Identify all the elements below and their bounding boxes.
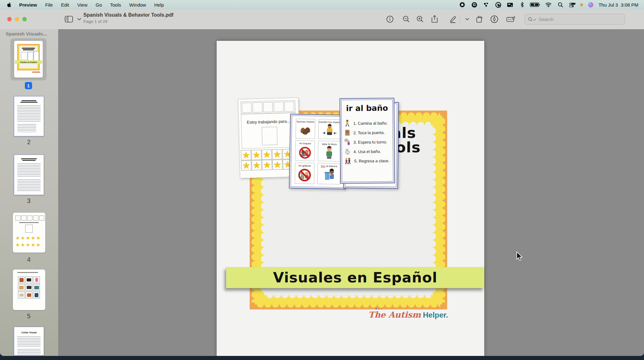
menu-item-file[interactable]: File bbox=[41, 2, 57, 8]
autism-helper-logo: ✦✦✦ The Autism Helper. bbox=[217, 310, 448, 319]
page-number-2: 2 bbox=[0, 139, 58, 146]
mini-star-row-2: ★★★★★ bbox=[15, 242, 41, 248]
menu-bar-clock[interactable]: Thu Jul 3 3:08 PM bbox=[598, 2, 638, 8]
page-number-4: 4 bbox=[0, 256, 58, 263]
walk-icon bbox=[344, 119, 350, 127]
screen-record-icon[interactable] bbox=[456, 1, 468, 8]
thumbnail-6[interactable]: Collar Visual bbox=[14, 327, 44, 356]
thumbnail-5[interactable] bbox=[13, 270, 45, 310]
preview-window: Spanish Visuals & Behavior Tools.pdf Pag… bbox=[0, 9, 644, 356]
screen: Preview File Edit View Go Tools Window H… bbox=[0, 0, 644, 360]
routine-steps: 1. Camina al baño. 2. Toca la puerta. 3.… bbox=[344, 119, 391, 165]
token-board-caption: Estoy trabajando para... bbox=[241, 119, 295, 125]
clasped-hands-icon bbox=[298, 123, 313, 137]
behavior-cell-buenas-manos: buenas manos bbox=[296, 119, 315, 139]
menu-item-view[interactable]: View bbox=[73, 2, 92, 8]
pdf-canvas: Spanish Visuals & Behavior Tools Estoy t… bbox=[58, 29, 644, 356]
zoom-window-button[interactable] bbox=[22, 17, 27, 21]
routine-title: ir al baño bbox=[340, 103, 394, 113]
subtitle-text: Visuales en Español bbox=[273, 269, 437, 286]
behavior-cell-manten-tus-manos: mantén tus manos bbox=[318, 119, 341, 139]
highlight-chevron-icon[interactable] bbox=[463, 15, 472, 24]
behavior-cell-tapa-tu-boca: tapa tu boca bbox=[318, 141, 341, 162]
minimize-button[interactable] bbox=[15, 17, 19, 21]
thumbnail-4[interactable]: ★★★★★ ★★★★★ bbox=[13, 213, 45, 253]
sidebar: Spanish Visuals... ★★★★★ Visuales en Esp… bbox=[0, 29, 58, 356]
menu-item-help[interactable]: Help bbox=[150, 2, 168, 8]
input-source-icon[interactable] bbox=[504, 1, 516, 8]
search-chevron-icon bbox=[533, 19, 536, 21]
page-number-5: 5 bbox=[0, 313, 58, 320]
search-icon bbox=[528, 17, 533, 22]
no-touching-icon bbox=[297, 145, 313, 160]
mini-banner-text: Visuales en Español bbox=[20, 61, 37, 63]
return-to-class-icon bbox=[344, 157, 351, 165]
no-hitting-icon bbox=[297, 167, 312, 183]
toolbar: Spanish Visuals & Behavior Tools.pdf Pag… bbox=[0, 9, 644, 30]
spotlight-icon[interactable] bbox=[554, 1, 566, 8]
sidebar-chevron-down-icon[interactable] bbox=[75, 15, 84, 24]
control-center-icon[interactable] bbox=[566, 1, 578, 8]
routine-card: ir al baño 1. Camina al baño. 2. Toca la… bbox=[340, 98, 395, 184]
door-icon bbox=[344, 129, 351, 136]
subtitle-banner: Visuales en Español bbox=[226, 267, 484, 288]
sidebar-title: Spanish Visuals... bbox=[6, 31, 47, 37]
toolbar-separator bbox=[460, 15, 460, 23]
zoom-in-icon[interactable] bbox=[416, 15, 425, 24]
hands-at-sides-icon bbox=[322, 123, 337, 138]
menu-item-tools[interactable]: Tools bbox=[106, 2, 125, 8]
behavior-cell-tirar-la-basura: tirar la basura bbox=[317, 163, 340, 184]
share-icon[interactable] bbox=[430, 15, 439, 24]
info-icon[interactable] bbox=[386, 15, 394, 24]
menu-bar: Preview File Edit View Go Tools Window H… bbox=[0, 0, 644, 10]
document-title: Spanish Visuals & Behavior Tools.pdf bbox=[83, 12, 174, 18]
behavior-cell-no-golpear: no golpear bbox=[295, 163, 314, 184]
star-token-grid: ★★ ★★ ★★ ★★ ★★ bbox=[241, 149, 293, 171]
bluetooth-icon[interactable] bbox=[516, 1, 528, 8]
apple-menu-icon[interactable] bbox=[7, 2, 12, 7]
page-indicator: Page 1 of 29 bbox=[83, 19, 108, 24]
thumbnail-6-heading: Collar Visual bbox=[14, 331, 44, 334]
highlight-pen-icon[interactable] bbox=[448, 15, 457, 24]
menu-item-go[interactable]: Go bbox=[92, 2, 106, 8]
logo-stars-icon: ✦✦✦ bbox=[375, 307, 383, 310]
zoom-out-icon[interactable] bbox=[402, 15, 411, 24]
shield-check-icon[interactable] bbox=[492, 1, 504, 8]
search-field[interactable] bbox=[525, 14, 625, 25]
siri-icon[interactable] bbox=[585, 1, 597, 8]
wifi-icon[interactable] bbox=[542, 1, 554, 8]
cover-mouth-icon bbox=[323, 145, 336, 160]
behavior-cards-visual: buenas manos mantén tus manos bbox=[289, 114, 347, 189]
behavior-cell-no-toques: no toques bbox=[295, 140, 315, 161]
sidebar-toggle-icon[interactable] bbox=[64, 15, 73, 24]
pdf-page-1: Spanish Visuals & Behavior Tools Estoy t… bbox=[217, 41, 484, 356]
thumbnail-2[interactable] bbox=[14, 96, 44, 136]
annotation-icon[interactable] bbox=[506, 15, 515, 24]
grammarly-icon[interactable]: G bbox=[468, 1, 480, 8]
menu-item-preview[interactable]: Preview bbox=[15, 2, 41, 8]
search-input[interactable] bbox=[538, 16, 612, 22]
toilet-icon bbox=[344, 148, 351, 155]
dots-app-icon[interactable] bbox=[480, 1, 492, 8]
close-button[interactable] bbox=[7, 17, 12, 21]
menu-item-edit[interactable]: Edit bbox=[57, 2, 73, 8]
thumbnail-1-selected[interactable]: ★★★★★ Visuales en Español bbox=[10, 38, 47, 80]
battery-icon[interactable] bbox=[528, 1, 542, 8]
page-number-badge: 1 bbox=[25, 82, 32, 89]
mouse-cursor bbox=[516, 251, 523, 261]
mic-indicator-dot bbox=[578, 1, 585, 8]
throw-trash-icon bbox=[321, 168, 336, 183]
thumbnail-1-page: ★★★★★ Visuales en Español bbox=[14, 41, 43, 78]
wait-turn-icon bbox=[344, 138, 351, 146]
mini-star-row-1: ★★★★★ bbox=[15, 235, 41, 242]
menu-item-window[interactable]: Window bbox=[125, 2, 150, 8]
thumbnail-3[interactable] bbox=[14, 155, 44, 195]
markup-pen-icon[interactable] bbox=[490, 15, 499, 24]
rotate-icon[interactable] bbox=[475, 15, 484, 24]
page-number-3: 3 bbox=[0, 197, 58, 205]
